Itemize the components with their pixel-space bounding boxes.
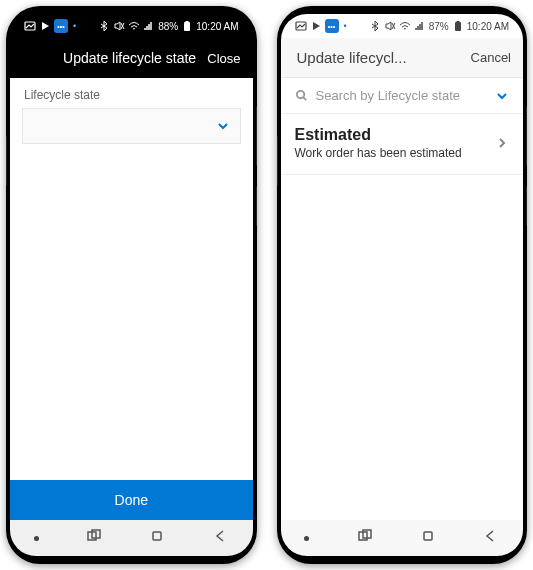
wifi-icon [128,20,140,32]
nav-dot [34,536,39,541]
battery-text: 88% [158,21,178,32]
status-bar: ••• • 88% 10:20 AM [10,14,253,38]
clock-text: 10:20 AM [467,21,509,32]
svg-rect-7 [455,22,461,31]
lifecycle-state-dropdown[interactable] [22,108,241,144]
android-nav-bar [10,520,253,556]
lifecycle-state-label: Lifecycle state [10,78,253,106]
mute-icon [384,20,396,32]
home-button[interactable] [149,528,165,548]
chevron-down-icon [495,89,509,103]
play-icon [310,20,322,32]
chevron-down-icon [216,119,230,133]
recent-apps-button[interactable] [357,528,373,548]
search-icon [295,89,308,102]
android-nav-bar [281,520,524,556]
signal-icon [414,20,426,32]
close-button[interactable]: Close [207,51,240,66]
bluetooth-icon [369,20,381,32]
image-icon [24,20,36,32]
page-title: Update lifecycl... [293,49,471,66]
app-badge-icon: ••• [325,19,339,33]
svg-rect-1 [184,22,190,31]
search-placeholder: Search by Lifecycle state [316,88,488,103]
chevron-right-icon [495,136,509,150]
lifecycle-option[interactable]: Estimated Work order has been estimated [281,114,524,175]
svg-rect-5 [153,532,161,540]
phone-left: ••• • 88% 10:20 AM Update lifecycle stat… [6,6,257,564]
svg-rect-8 [456,21,459,23]
status-bar: ••• • 87% 10:20 AM [281,14,524,38]
svg-rect-2 [186,21,189,23]
battery-text: 87% [429,21,449,32]
page-title: Update lifecycle state [52,50,207,66]
wifi-icon [399,20,411,32]
app-bar: Update lifecycl... Cancel [281,38,524,78]
cancel-button[interactable]: Cancel [471,50,511,65]
battery-icon [452,20,464,32]
option-name: Estimated [295,126,488,144]
play-icon [39,20,51,32]
svg-point-9 [296,91,303,98]
image-icon [295,20,307,32]
back-button[interactable] [213,528,229,548]
bluetooth-icon [98,20,110,32]
back-button[interactable] [483,528,499,548]
home-button[interactable] [420,528,436,548]
mute-icon [113,20,125,32]
nav-dot [304,536,309,541]
app-bar: Update lifecycle state Close [10,38,253,78]
phone-right: ••• • 87% 10:20 AM Update lifecycl... Ca… [277,6,528,564]
clock-text: 10:20 AM [196,21,238,32]
svg-rect-12 [424,532,432,540]
done-button[interactable]: Done [10,480,253,520]
app-badge-icon: ••• [54,19,68,33]
signal-icon [143,20,155,32]
battery-icon [181,20,193,32]
recent-apps-button[interactable] [86,528,102,548]
option-desc: Work order has been estimated [295,146,488,160]
search-row[interactable]: Search by Lifecycle state [281,78,524,114]
